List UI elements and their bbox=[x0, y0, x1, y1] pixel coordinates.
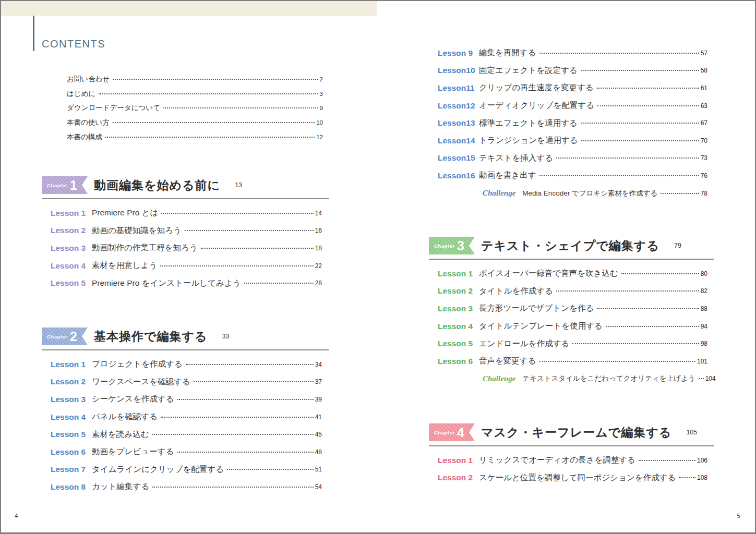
toc-entry: Lesson 4 パネルを確認する 41 bbox=[51, 408, 322, 426]
toc-entry: 本書の構成 12 bbox=[67, 130, 323, 144]
toc-entry: Lesson 3 長方形ツールでザブトンを作る 88 bbox=[438, 300, 707, 318]
page-number-right: 5 bbox=[737, 513, 740, 519]
dot-leader bbox=[161, 210, 313, 214]
contents-accent-bar bbox=[33, 16, 34, 51]
lesson-page: 37 bbox=[315, 378, 322, 385]
toc-entry: 本書の使い方 10 bbox=[67, 115, 323, 130]
toc-entry-label: 本書の使い方 bbox=[67, 118, 110, 127]
chapter-badge-word: Chapter bbox=[47, 334, 67, 339]
lesson-label: Lesson 1 bbox=[51, 360, 92, 369]
lesson-page: 61 bbox=[701, 84, 707, 92]
dot-leader bbox=[621, 270, 699, 274]
dot-leader bbox=[244, 280, 314, 284]
dot-leader bbox=[572, 340, 699, 344]
chapter-1-section: Chapter 1 動画編集を始める前に 13 Lesson 1 Premier… bbox=[42, 176, 329, 292]
lesson-label: Lesson 6 bbox=[438, 357, 479, 366]
chapter-3-section: Chapter 3 テキスト・シェイプで編集する 79 Lesson 1 ボイス… bbox=[429, 237, 714, 387]
chapter-title: 動画編集を始める前に bbox=[94, 177, 220, 193]
dot-leader bbox=[113, 119, 315, 123]
dot-leader bbox=[581, 137, 699, 141]
chapter-badge-number: 3 bbox=[457, 239, 464, 252]
toc-entry: Lesson 6 動画をプレビューする 48 bbox=[51, 443, 322, 461]
chapter-title: 基本操作で編集する bbox=[94, 329, 208, 345]
chapter-badge-number: 1 bbox=[70, 179, 77, 192]
toc-entry: Lesson 2 タイトルを作成する 82 bbox=[438, 283, 707, 300]
lesson-title: エンドロールを作成する bbox=[479, 338, 569, 349]
chapter-badge: Chapter 2 bbox=[42, 327, 88, 345]
toc-entry: Lesson 2 動画の基礎知識を知ろう 16 bbox=[51, 222, 322, 240]
lesson-label: Lesson 5 bbox=[51, 430, 92, 439]
dot-leader bbox=[177, 396, 314, 400]
chapter-2-heading: Chapter 2 基本操作で編集する 33 bbox=[42, 327, 329, 345]
toc-entry-label: はじめに bbox=[67, 89, 95, 99]
lesson-label: Lesson 3 bbox=[51, 244, 92, 253]
lesson-page: 70 bbox=[701, 137, 707, 144]
lesson-page: 48 bbox=[315, 448, 322, 456]
chapter-page: 79 bbox=[674, 242, 681, 249]
dot-leader bbox=[699, 375, 704, 379]
chapter-title: テキスト・シェイプで編集する bbox=[481, 238, 659, 254]
lesson-title: ワークスペースを確認する bbox=[92, 377, 190, 387]
toc-entry: Lesson 4 タイトルテンプレートを使用する 94 bbox=[438, 318, 707, 335]
lesson-label: Lesson 8 bbox=[51, 482, 92, 492]
lesson-label: Lesson 2 bbox=[438, 473, 479, 482]
lesson-page: 94 bbox=[701, 323, 707, 330]
chapter-page: 33 bbox=[222, 333, 230, 340]
toc-entry: Lesson 8 カット編集する 54 bbox=[51, 478, 322, 496]
lesson-title: タイムラインにクリップを配置する bbox=[92, 464, 224, 475]
contents-title: CONTENTS bbox=[42, 38, 105, 51]
lesson-title: タイトルテンプレートを使用する bbox=[479, 321, 603, 332]
lesson-label: Lesson16 bbox=[438, 171, 479, 180]
lesson-label: Lesson 1 bbox=[438, 456, 479, 465]
lesson-title: オーディオクリップを配置する bbox=[479, 100, 594, 111]
lesson-label: Lesson 4 bbox=[438, 322, 479, 331]
lesson-title: リミックスでオーディオの長さを調整する bbox=[479, 455, 635, 466]
chapter-page: 105 bbox=[686, 429, 697, 436]
lesson-label: Lesson 6 bbox=[51, 447, 92, 457]
dot-leader bbox=[581, 119, 699, 124]
toc-entry: Lesson 6 音声を変更する 101 bbox=[438, 353, 707, 370]
challenge-label: Challenge bbox=[483, 374, 515, 383]
top-accent-bar bbox=[1, 1, 377, 16]
lesson-page: 98 bbox=[701, 340, 707, 347]
contents-heading: CONTENTS bbox=[33, 16, 105, 51]
dot-leader bbox=[679, 474, 695, 478]
lesson-list: Lesson 1 ボイスオーバー録音で音声を吹き込む 80 Lesson 2 タ… bbox=[438, 265, 707, 387]
toc-entry: Lesson14 トランジションを適用する 70 bbox=[438, 132, 707, 150]
lesson-list: Lesson 1 リミックスでオーディオの長さを調整する 106 Lesson … bbox=[438, 452, 707, 487]
chapter-3-heading: Chapter 3 テキスト・シェイプで編集する 79 bbox=[429, 237, 714, 254]
lesson-label: Lesson 2 bbox=[51, 377, 92, 386]
lesson-title: 動画を書き出す bbox=[479, 170, 536, 181]
lesson-title: パネルを確認する bbox=[92, 411, 158, 422]
book-spread: CONTENTS お問い合わせ 2 はじめに 3 ダウンロードデータについて 9… bbox=[1, 1, 755, 532]
lesson-page: 54 bbox=[315, 483, 322, 491]
lesson-page: 58 bbox=[701, 67, 707, 74]
challenge-page: 78 bbox=[701, 190, 707, 197]
chapter-badge-word: Chapter bbox=[434, 243, 454, 249]
lesson-list: Lesson 1 プロジェクトを作成する 34 Lesson 2 ワークスペース… bbox=[51, 356, 322, 496]
lesson-label: Lesson 9 bbox=[438, 48, 479, 58]
lesson-label: Lesson 4 bbox=[51, 412, 92, 422]
lesson-title: 音声を変更する bbox=[479, 356, 536, 367]
toc-entry: はじめに 3 bbox=[67, 87, 323, 101]
lesson-page: 41 bbox=[315, 414, 322, 421]
dot-leader bbox=[597, 305, 699, 309]
toc-entry: Lesson 3 シーケンスを作成する 39 bbox=[51, 391, 322, 408]
lesson-page: 14 bbox=[315, 210, 322, 217]
lesson-page: 45 bbox=[315, 431, 322, 438]
chapter-divider bbox=[42, 198, 329, 199]
toc-entry: Lesson 1 Premiere Pro とは 14 bbox=[51, 204, 322, 222]
lesson-label: Lesson 5 bbox=[51, 278, 92, 288]
dot-leader bbox=[639, 457, 695, 461]
toc-entry: Lesson 5 Premiere Pro をインストールしてみよう 28 bbox=[51, 274, 322, 292]
toc-entry: Lesson 4 素材を用意しよう 22 bbox=[51, 257, 322, 275]
chapter-divider bbox=[42, 349, 329, 350]
toc-entry-label: 本書の構成 bbox=[67, 132, 102, 142]
lesson-title: スケールと位置を調整して同一ポジションを作成する bbox=[479, 472, 676, 483]
chapter-page: 13 bbox=[235, 181, 242, 189]
chapter-divider bbox=[429, 259, 714, 260]
lesson-label: Lesson 7 bbox=[51, 465, 92, 474]
lesson-label: Lesson 5 bbox=[438, 339, 479, 348]
lesson-page: 39 bbox=[315, 396, 322, 403]
dot-leader bbox=[105, 134, 315, 138]
